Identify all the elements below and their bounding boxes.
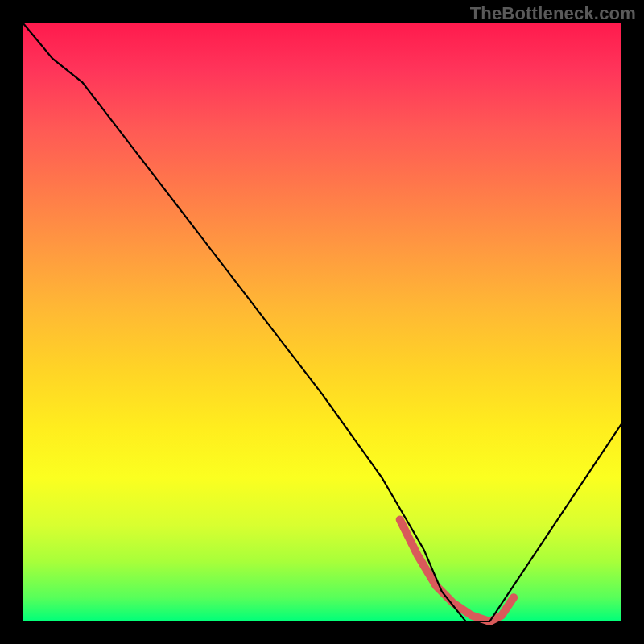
bottleneck-chart (0, 0, 644, 644)
bottleneck-curve-line (23, 23, 621, 621)
highlight-segment (400, 520, 514, 622)
watermark-label: TheBottleneck.com (470, 3, 636, 24)
